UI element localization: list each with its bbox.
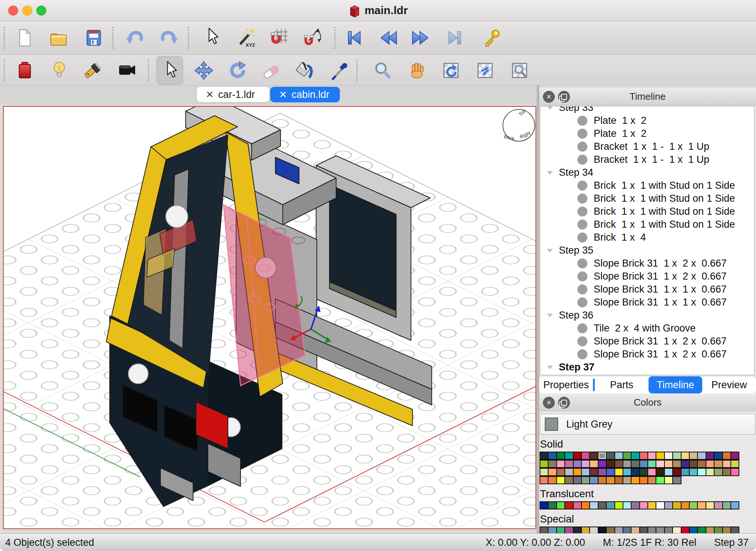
color-swatch[interactable] <box>548 476 557 484</box>
pan-view-button[interactable] <box>475 60 495 81</box>
save-document-button[interactable] <box>83 27 104 48</box>
tab-timeline[interactable]: Timeline <box>649 376 702 393</box>
color-swatch[interactable] <box>581 476 590 484</box>
timeline-step[interactable]: Step 34 <box>540 166 754 179</box>
color-swatch[interactable] <box>589 460 598 468</box>
color-swatch[interactable] <box>647 452 656 460</box>
color-swatch[interactable] <box>664 476 673 484</box>
color-swatch[interactable] <box>614 476 623 484</box>
go-next-step-button[interactable] <box>410 27 431 48</box>
color-swatch[interactable] <box>681 460 690 468</box>
color-swatch[interactable] <box>556 452 565 460</box>
color-swatch[interactable] <box>722 468 731 476</box>
title-bar[interactable]: main.ldr <box>0 0 756 21</box>
color-swatch[interactable] <box>623 460 631 468</box>
color-swatch[interactable] <box>548 527 557 533</box>
color-swatch[interactable] <box>639 468 648 476</box>
color-swatch[interactable] <box>556 468 565 476</box>
timeline-part-item[interactable]: Tile 2 x 4 with Groove <box>540 322 754 335</box>
color-swatch[interactable] <box>581 452 590 460</box>
color-swatch[interactable] <box>722 460 731 468</box>
color-swatch[interactable] <box>589 468 598 476</box>
color-swatch[interactable] <box>606 468 615 476</box>
color-swatch[interactable] <box>598 452 607 460</box>
detach-panel-icon[interactable] <box>558 91 570 103</box>
color-swatch[interactable] <box>573 501 582 509</box>
add-part-button[interactable] <box>14 59 35 80</box>
color-swatch[interactable] <box>540 452 548 460</box>
color-swatch[interactable] <box>548 452 557 460</box>
timeline-part-item[interactable]: Brick 1 x 1 with Stud on 1 Side <box>540 179 754 192</box>
detach-panel-icon[interactable] <box>558 397 570 409</box>
color-swatch[interactable] <box>623 501 631 509</box>
color-swatch[interactable] <box>631 501 640 509</box>
color-swatch[interactable] <box>656 501 664 509</box>
color-swatch[interactable] <box>672 476 681 484</box>
color-swatch[interactable] <box>714 460 723 468</box>
color-swatch[interactable] <box>730 468 739 476</box>
tab-preview[interactable]: Preview <box>702 376 756 393</box>
color-swatch[interactable] <box>730 501 739 509</box>
chevron-down-icon[interactable] <box>547 314 553 317</box>
color-swatch[interactable] <box>623 452 631 460</box>
color-swatch[interactable] <box>556 460 565 468</box>
color-swatch[interactable] <box>548 460 557 468</box>
color-swatch[interactable] <box>689 527 698 533</box>
color-swatch[interactable] <box>606 452 615 460</box>
chevron-down-icon[interactable] <box>547 366 553 369</box>
color-swatch[interactable] <box>614 452 623 460</box>
timeline-part-item[interactable]: Bracket 1 x 1 - 1 x 1 Up <box>540 140 754 153</box>
color-swatch[interactable] <box>540 527 548 533</box>
timeline-panel-header[interactable]: Timeline <box>539 88 756 105</box>
move-tool-button[interactable] <box>193 60 214 81</box>
timeline-step[interactable]: Step 37 <box>540 361 754 374</box>
color-swatch[interactable] <box>623 527 631 533</box>
color-swatch[interactable] <box>672 452 681 460</box>
color-swatch[interactable] <box>697 460 706 468</box>
tab-car-1-ldr[interactable]: car-1.ldr <box>197 87 269 102</box>
color-swatch[interactable] <box>714 501 723 509</box>
color-swatch[interactable] <box>706 452 714 460</box>
color-swatch[interactable] <box>639 501 648 509</box>
add-light-button[interactable] <box>49 59 70 80</box>
color-swatch[interactable] <box>614 501 623 509</box>
timeline-part-item[interactable]: Slope Brick 31 1 x 2 x 0.667 <box>540 348 754 361</box>
color-swatch[interactable] <box>730 452 739 460</box>
color-swatch[interactable] <box>631 460 640 468</box>
color-swatch[interactable] <box>681 452 690 460</box>
color-swatch[interactable] <box>598 501 607 509</box>
color-swatch[interactable] <box>664 452 673 460</box>
color-swatch[interactable] <box>564 476 573 484</box>
timeline-part-item[interactable]: Brick 1 x 1 with Stud on 1 Side <box>540 205 754 218</box>
color-swatch[interactable] <box>564 460 573 468</box>
color-swatch[interactable] <box>681 468 690 476</box>
color-swatch[interactable] <box>639 527 648 533</box>
color-swatch[interactable] <box>647 460 656 468</box>
color-swatch[interactable] <box>697 468 706 476</box>
undo-button[interactable] <box>125 27 146 48</box>
rotation-snap-button[interactable] <box>303 27 324 47</box>
color-swatch[interactable] <box>639 452 648 460</box>
color-swatch[interactable] <box>689 452 698 460</box>
model-viewport[interactable]: Top Back Right <box>3 106 536 529</box>
timeline-part-item[interactable]: Slope Brick 31 1 x 1 x 0.667 <box>540 283 754 296</box>
color-swatch[interactable] <box>623 476 631 484</box>
color-swatch[interactable] <box>631 452 640 460</box>
color-swatch[interactable] <box>598 468 607 476</box>
color-swatch[interactable] <box>540 468 548 476</box>
tab-parts[interactable]: Parts <box>595 376 649 393</box>
color-swatch[interactable] <box>573 476 582 484</box>
color-swatch[interactable] <box>548 468 557 476</box>
color-swatch[interactable] <box>706 527 714 533</box>
color-swatch[interactable] <box>589 476 598 484</box>
timeline-part-item[interactable]: Slope Brick 31 1 x 2 x 0.667 <box>540 335 754 348</box>
color-swatch[interactable] <box>606 460 615 468</box>
color-swatch[interactable] <box>589 501 598 509</box>
color-swatch[interactable] <box>614 460 623 468</box>
color-swatch[interactable] <box>614 527 623 533</box>
color-swatch[interactable] <box>631 527 640 533</box>
chevron-down-icon[interactable] <box>547 249 553 253</box>
color-swatch[interactable] <box>598 460 607 468</box>
color-swatch[interactable] <box>581 460 590 468</box>
redo-button[interactable] <box>158 27 179 48</box>
